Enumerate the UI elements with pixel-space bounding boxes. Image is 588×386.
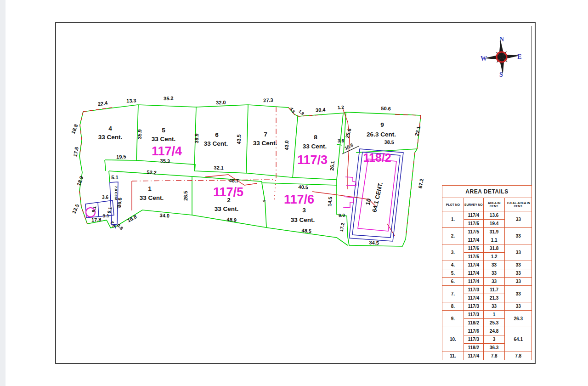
- dimension-label: 30.4: [316, 107, 326, 113]
- dimension-label: 34.0: [159, 212, 170, 218]
- dimension-label: 25.6: [345, 128, 352, 139]
- dimension-label: 38.5: [384, 139, 394, 145]
- dimension-label: 7.8 Cent: [114, 186, 118, 200]
- area-cell: 31.9: [483, 228, 505, 236]
- table-row: 1.117/413.633: [442, 211, 532, 220]
- dimension-label: 4.5: [289, 107, 296, 114]
- survey-no-cell: 117/6: [464, 327, 483, 335]
- compass-rose: [483, 38, 520, 75]
- dimension-label: 13.5: [71, 203, 80, 214]
- dimension-label: 39.9: [194, 133, 199, 143]
- area-cell: 25.3: [483, 319, 505, 327]
- divider-plot6-7: [246, 105, 248, 173]
- survey-no-cell: 117/4: [464, 211, 483, 220]
- table-row: 7.117/311.733: [442, 286, 532, 294]
- table-row: 3.117/631.833: [442, 244, 532, 253]
- dimension-label: 50.6: [381, 106, 391, 112]
- dimension-label: 26.3 Cent.: [367, 131, 396, 138]
- area-cell: 33: [483, 261, 505, 269]
- plot-no-cell: 5.: [442, 269, 464, 278]
- survey-no-cell: 117/4: [464, 236, 483, 244]
- dimension-label: 6: [215, 131, 219, 138]
- plot-no-cell: 9.: [442, 311, 464, 327]
- total-area-cell: 7.8: [505, 352, 532, 360]
- table-row: 6.117/43333: [442, 278, 532, 286]
- step-structure-upper: [345, 177, 356, 186]
- dimension-label: 14.5: [327, 196, 333, 206]
- compass-west-label: W: [481, 55, 487, 62]
- total-area-cell: 33: [505, 261, 532, 269]
- dimension-label: 4: [108, 125, 112, 132]
- survey-number-label: 118/2: [363, 151, 391, 164]
- area-cell: 31.8: [483, 244, 505, 253]
- survey-number-label: 117/6: [284, 193, 314, 206]
- dimension-label: 22.4: [97, 100, 108, 107]
- dimension-label: 3.6: [102, 195, 108, 200]
- plot-no-cell: 6.: [442, 278, 464, 286]
- survey-no-cell: 118/2: [464, 319, 483, 327]
- dimension-label: 18.8: [70, 124, 79, 135]
- step-structure-lower: [343, 197, 354, 208]
- dimension-label: 35.2: [164, 96, 174, 102]
- dimension-label: 40.5: [298, 184, 308, 190]
- total-area-cell: 33: [505, 302, 532, 311]
- area-cell: 11.7: [483, 286, 505, 294]
- total-area-cell: 33: [505, 244, 532, 261]
- plot-no-cell: 11.: [442, 352, 464, 360]
- table-row: 4.117/43333: [442, 261, 532, 269]
- dimension-label: 32.0: [216, 100, 226, 106]
- total-area-cell: 26.3: [505, 311, 532, 327]
- survey-no-cell: 117/4: [464, 294, 483, 302]
- dimension-label: 3: [302, 207, 306, 214]
- area-cell: 3: [483, 335, 505, 344]
- survey-no-cell: 117/5: [464, 253, 483, 261]
- area-cell: 1: [483, 311, 505, 319]
- plot-no-cell: 4.: [442, 261, 464, 269]
- survey-no-cell: 117/3: [464, 302, 483, 311]
- survey-no-cell: 117/5: [464, 228, 483, 236]
- survey-no-cell: 117/5: [464, 220, 483, 228]
- dimension-label: 33 Cent.: [291, 216, 315, 223]
- plot-no-cell: 10.: [442, 327, 464, 352]
- dimension-label: 48.5: [301, 227, 311, 234]
- dimension-label: 48.7: [229, 177, 239, 183]
- dimension-label: 18.9: [76, 176, 85, 187]
- area-table: AREA DETAILSPLOT NOSURVEY NOAREA IN CENT…: [442, 185, 532, 360]
- compass-north-label: N: [499, 36, 504, 43]
- area-cell: 13.6: [483, 211, 505, 220]
- dimension-label: 33 Cent.: [98, 134, 123, 141]
- total-area-cell: 33: [505, 278, 532, 286]
- dimension-label: 10: [364, 198, 373, 205]
- dimension-label: 3.6: [338, 138, 344, 143]
- dimension-label: 33 Cent.: [215, 205, 239, 212]
- dimension-label: 22.1: [414, 125, 422, 136]
- dimension-label: 33 Cent.: [253, 140, 277, 147]
- dimension-label: 34.5: [369, 239, 379, 245]
- area-table-column-header: SURVEY NO: [464, 198, 483, 211]
- dimension-label: 26.5: [183, 191, 188, 200]
- dimension-label: 11: [117, 205, 121, 209]
- survey-number-label: 117/4: [152, 144, 182, 158]
- area-details-table: AREA DETAILSPLOT NOSURVEY NOAREA IN CENT…: [442, 185, 532, 360]
- green-jog-3-6: [337, 144, 342, 145]
- table-row: 11.117/47.87.8: [442, 352, 532, 360]
- dimension-label: 17.8: [91, 216, 102, 222]
- table-row: 8.117/33333: [442, 302, 532, 311]
- blue-plots: [85, 149, 403, 241]
- dimension-label: 5.1: [111, 175, 118, 180]
- area-cell: 33: [483, 278, 505, 286]
- compass-east-label: E: [517, 53, 521, 60]
- dimension-label: 26.1: [329, 160, 335, 170]
- dimension-label: 33 Cent.: [303, 143, 327, 150]
- map-labels-layer: 22.413.335.232.027.34.51.930.41.250.622.…: [70, 96, 424, 246]
- area-cell: 36.3: [483, 344, 505, 352]
- survey-no-cell: 117/4: [464, 261, 483, 269]
- table-row: 9.117/3126.3: [442, 311, 532, 319]
- plot-no-cell: 3.: [442, 244, 464, 261]
- area-table-column-header: TOTAL AREA IN CENT.: [505, 198, 532, 211]
- total-area-cell: 64.1: [505, 327, 532, 352]
- area-table-title: AREA DETAILS: [442, 186, 532, 198]
- dimension-label: 33 Cent.: [204, 140, 228, 147]
- plot7-right-edge: [293, 116, 298, 178]
- compass-south-label: S: [499, 71, 503, 78]
